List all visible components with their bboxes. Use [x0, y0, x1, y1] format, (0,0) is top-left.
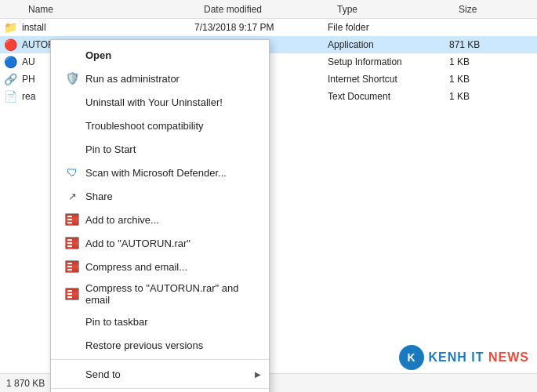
menu-item-icon: [63, 337, 81, 353]
file-row[interactable]: 📁 install 7/13/2018 9:17 PM File folder: [0, 19, 537, 36]
menu-item-icon: [63, 366, 81, 382]
menu-item-uninstall[interactable]: Uninstall with Your Uninstaller!: [51, 90, 269, 114]
menu-label: Send to: [85, 368, 256, 380]
menu-item-icon: 🛡: [63, 165, 81, 180]
col-header-name[interactable]: Name: [0, 4, 204, 15]
file-name: install: [22, 22, 194, 33]
menu-label: Uninstall with Your Uninstaller!: [85, 96, 256, 108]
menu-item-icon: [63, 47, 81, 63]
winrar-icon: [65, 213, 79, 226]
file-icon: 🔵: [3, 55, 17, 69]
menu-item-pin-to-start[interactable]: Pin to Start: [51, 137, 269, 161]
menu-item-troubleshoot[interactable]: Troubleshoot compatibility: [51, 114, 269, 137]
winrar-icon: [65, 260, 79, 273]
menu-label: Pin to taskbar: [85, 316, 256, 328]
menu-label: Troubleshoot compatibility: [85, 120, 256, 132]
menu-item-icon: [63, 141, 81, 157]
file-icon: 📄: [3, 89, 17, 103]
file-size: 1 KB: [449, 74, 512, 85]
watermark-logo-text: K: [407, 351, 415, 364]
menu-item-icon: [63, 286, 81, 302]
menu-label: Compress and email...: [85, 261, 256, 273]
status-text: 1 870 KB: [6, 378, 45, 389]
menu-item-run-as-admin[interactable]: 🛡️Run as administrator: [51, 67, 269, 90]
file-date: 7/13/2018 9:17 PM: [194, 22, 328, 33]
menu-item-icon: [63, 212, 81, 227]
menu-label: Add to "AUTORUN.rar": [85, 238, 256, 249]
menu-item-icon: [63, 235, 81, 251]
menu-label: Share: [85, 191, 256, 202]
menu-item-icon: [63, 118, 81, 133]
file-icon: 🔴: [3, 38, 17, 52]
share-icon: ↗: [68, 191, 77, 202]
context-menu: Open🛡️Run as administratorUninstall with…: [50, 39, 270, 392]
shield-icon: 🛡️: [65, 71, 80, 85]
menu-item-scan-defender[interactable]: 🛡Scan with Microsoft Defender...: [51, 161, 269, 184]
file-icon: 📁: [3, 20, 17, 34]
menu-item-add-to-archive[interactable]: Add to archive...: [51, 208, 269, 231]
menu-label: Restore previous versions: [85, 339, 256, 351]
file-icon: 🔗: [3, 72, 17, 86]
menu-label: Scan with Microsoft Defender...: [85, 167, 256, 179]
menu-item-icon: [63, 314, 81, 329]
col-header-date[interactable]: Date modified: [204, 4, 337, 15]
file-size: 1 KB: [449, 91, 512, 102]
menu-separator: [51, 359, 269, 360]
file-size: 1 KB: [449, 56, 512, 67]
col-header-size[interactable]: Size: [459, 4, 521, 15]
file-type: Setup Information: [328, 56, 449, 67]
menu-item-send-to[interactable]: Send to: [51, 362, 269, 386]
watermark: K KENH IT NEWS: [399, 345, 529, 370]
menu-label: Open: [85, 49, 256, 61]
menu-item-icon: [63, 94, 81, 110]
menu-item-add-to-autorun-rar[interactable]: Add to "AUTORUN.rar": [51, 231, 269, 255]
menu-label: Compress to "AUTORUN.rar" and email: [85, 282, 256, 306]
menu-item-share[interactable]: ↗Share: [51, 184, 269, 208]
watermark-logo: K: [399, 345, 424, 370]
defender-icon: 🛡: [67, 166, 78, 179]
file-type: Application: [328, 39, 449, 50]
column-headers: Name Date modified Type Size: [0, 0, 537, 19]
file-type: Internet Shortcut: [328, 74, 449, 85]
menu-separator: [51, 388, 269, 389]
winrar-icon: [65, 288, 79, 300]
menu-label: Add to archive...: [85, 214, 256, 226]
menu-item-open[interactable]: Open: [51, 43, 269, 67]
menu-item-compress-email[interactable]: Compress and email...: [51, 255, 269, 278]
menu-item-restore-versions[interactable]: Restore previous versions: [51, 333, 269, 357]
menu-item-icon: 🛡️: [63, 71, 81, 86]
file-type: Text Document: [328, 91, 449, 102]
menu-item-icon: ↗: [63, 188, 81, 204]
explorer-background: Name Date modified Type Size 📁 install 7…: [0, 0, 537, 392]
menu-label: Pin to Start: [85, 143, 256, 155]
file-size: 871 KB: [449, 39, 512, 50]
menu-label: Run as administrator: [85, 73, 256, 85]
winrar-icon: [65, 237, 79, 249]
menu-item-icon: [63, 259, 81, 274]
col-header-type[interactable]: Type: [337, 4, 459, 15]
watermark-brand: KENH IT NEWS: [429, 350, 529, 365]
file-type: File folder: [328, 22, 449, 33]
menu-item-pin-taskbar[interactable]: Pin to taskbar: [51, 310, 269, 333]
menu-item-compress-autorun-email[interactable]: Compress to "AUTORUN.rar" and email: [51, 278, 269, 310]
